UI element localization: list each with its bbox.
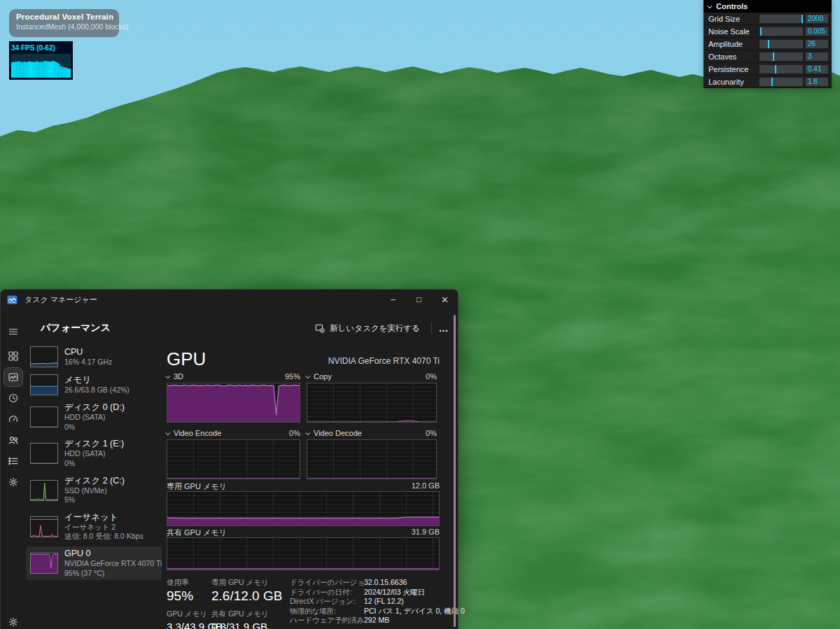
shared-memory-label: 共有 GPU メモリ [167, 528, 227, 538]
control-label: Persistence [704, 65, 760, 73]
perf-item-name: メモリ [64, 375, 130, 386]
detail-label: ハードウェア予約済みメモリ: [290, 616, 364, 626]
nav-users[interactable] [4, 431, 22, 449]
users-icon [8, 434, 19, 446]
slider-handle[interactable] [771, 78, 773, 86]
control-slider[interactable] [760, 40, 803, 48]
controls-rows: Grid Size 2000 Noise Scale 0.005 Amplitu [704, 13, 832, 88]
chevron-down-icon [165, 430, 170, 435]
scene-subtitle: InstancedMesh (4,000,000 blocks) [16, 22, 112, 31]
control-slider[interactable] [760, 27, 803, 36]
scrollbar[interactable] [454, 315, 456, 627]
slider-handle[interactable] [773, 52, 774, 61]
gauge-icon [8, 414, 19, 425]
nav-performance[interactable] [4, 368, 22, 386]
performance-list-item[interactable]: メモリ 26.6/63.8 GB (42%) [26, 372, 162, 397]
detail-value: 32.0.15.6636 [364, 578, 407, 588]
mini-chart [30, 374, 58, 395]
nav-menu-button[interactable] [4, 323, 22, 341]
mini-chart [30, 516, 58, 537]
performance-list-item[interactable]: ディスク 2 (C:) SSD (NVMe) 5% [26, 474, 162, 507]
shared-memory-chart [167, 537, 440, 570]
detail-row: ドライバーのバージョン: 32.0.15.6636 [290, 578, 440, 588]
engine-header[interactable]: Copy 0% [307, 372, 437, 381]
performance-list: CPU 16% 4.17 GHz メモリ 26.6/63.8 GB (42%) [26, 344, 162, 580]
control-label: Amplitude [704, 40, 760, 48]
chevron-down-icon [707, 3, 712, 8]
control-slider[interactable] [760, 78, 803, 86]
gpu-section-title: GPU [167, 348, 206, 370]
engine-header[interactable]: Video Encode 0% [167, 429, 300, 437]
slider-handle[interactable] [760, 27, 762, 36]
performance-list-item[interactable]: ディスク 0 (D:) HDD (SATA) 0% [26, 400, 162, 434]
gpu-adapter-name: NVIDIA GeForce RTX 4070 Ti [328, 356, 440, 366]
control-row: Octaves 3 [704, 50, 832, 63]
mini-chart [30, 443, 58, 464]
engine-header[interactable]: Video Decode 0% [307, 429, 437, 437]
dedicated-memory-label: 専用 GPU メモリ [167, 481, 227, 492]
performance-list-item[interactable]: ディスク 1 (E:) HDD (SATA) 0% [26, 437, 162, 470]
control-slider[interactable] [760, 65, 803, 73]
engine-chart [167, 383, 300, 423]
perf-item-name: ディスク 0 (D:) [64, 402, 125, 413]
settings-gear-icon [8, 616, 19, 628]
stat-value-gpu-memory: 3.3/43.9 GB [167, 621, 211, 629]
control-value-input[interactable]: 0.41 [806, 65, 828, 73]
shared-memory-header: 共有 GPU メモリ 31.9 GB [167, 528, 440, 538]
control-value-input[interactable]: 2000 [806, 15, 828, 23]
dedicated-memory-chart [167, 491, 440, 526]
detail-label: DirectX バージョン: [290, 597, 364, 607]
control-row: Lacunarity 1.8 [704, 76, 832, 88]
control-value-input[interactable]: 3 [806, 52, 828, 61]
detail-value: 2024/12/03 火曜日 [364, 588, 425, 598]
perf-item-name: CPU [64, 347, 112, 358]
slider-handle[interactable] [802, 15, 803, 23]
gpu-engine-cell: Video Encode 0% [167, 429, 300, 479]
engine-chart [167, 439, 300, 479]
stat-value-dedicated-memory: 2.6/12.0 GB [211, 588, 291, 604]
controls-panel: Controls Grid Size 2000 Noise Scale [704, 0, 832, 88]
performance-icon [8, 372, 19, 383]
performance-list-item[interactable]: CPU 16% 4.17 GHz [26, 344, 162, 369]
scene-info-panel: Procedural Voxel Terrain InstancedMesh (… [9, 9, 119, 37]
stat-label: 共有 GPU メモリ [211, 609, 291, 619]
perf-item-sub1: HDD (SATA) [64, 449, 124, 459]
engine-chart [307, 383, 437, 423]
control-value-input[interactable]: 1.8 [806, 78, 828, 86]
stat-value-shared-memory: 0.8/31.9 GB [211, 621, 291, 629]
performance-list-item[interactable]: GPU 0 NVIDIA GeForce RTX 4070 Ti 95% (37… [26, 546, 162, 580]
control-value-input[interactable]: 0.005 [806, 27, 828, 36]
nav-settings[interactable] [4, 613, 22, 629]
perf-item-name: ディスク 2 (C:) [64, 476, 125, 486]
nav-processes[interactable] [4, 347, 22, 365]
processes-icon [8, 351, 19, 362]
control-slider[interactable] [760, 15, 803, 23]
fps-panel[interactable]: 34 FPS (0-62) [9, 41, 73, 80]
detail-row: ドライバーの日付: 2024/12/03 火曜日 [290, 588, 440, 598]
stat-label: 使用率 [167, 578, 211, 588]
stat-label: GPU メモリ [167, 609, 211, 619]
perf-item-sub1: 26.6/63.8 GB (42%) [64, 386, 130, 395]
performance-list-item[interactable]: イーサネット イーサネット 2 送信: 8.0 受信: 8.0 Kbps [26, 510, 162, 544]
dedicated-memory-capacity: 12.0 GB [412, 481, 440, 492]
gpu-detail-panel: GPU NVIDIA GeForce RTX 4070 Ti 3D 95% [167, 290, 440, 629]
slider-handle[interactable] [775, 65, 776, 73]
control-label: Noise Scale [704, 27, 760, 36]
nav-details[interactable] [4, 452, 22, 470]
controls-header[interactable]: Controls [704, 0, 832, 13]
perf-item-sub2: 5% [64, 495, 125, 505]
nav-startup-apps[interactable] [4, 410, 22, 428]
detail-value: PCI バス 1, デバイス 0, 機能 0 [364, 607, 465, 616]
engine-percent: 95% [285, 372, 300, 381]
detail-label: 物理的な場所: [290, 607, 364, 616]
nav-services[interactable] [4, 473, 22, 491]
nav-app-history[interactable] [4, 389, 22, 407]
control-slider[interactable] [760, 52, 803, 61]
control-value-input[interactable]: 26 [806, 40, 828, 48]
detail-row: DirectX バージョン: 12 (FL 12.2) [290, 597, 440, 607]
perf-item-sub1: イーサネット 2 [64, 523, 144, 532]
slider-handle[interactable] [768, 40, 769, 48]
engine-name: Copy [314, 372, 332, 381]
engine-header[interactable]: 3D 95% [167, 372, 300, 381]
stat-value-utilization: 95% [167, 588, 211, 604]
